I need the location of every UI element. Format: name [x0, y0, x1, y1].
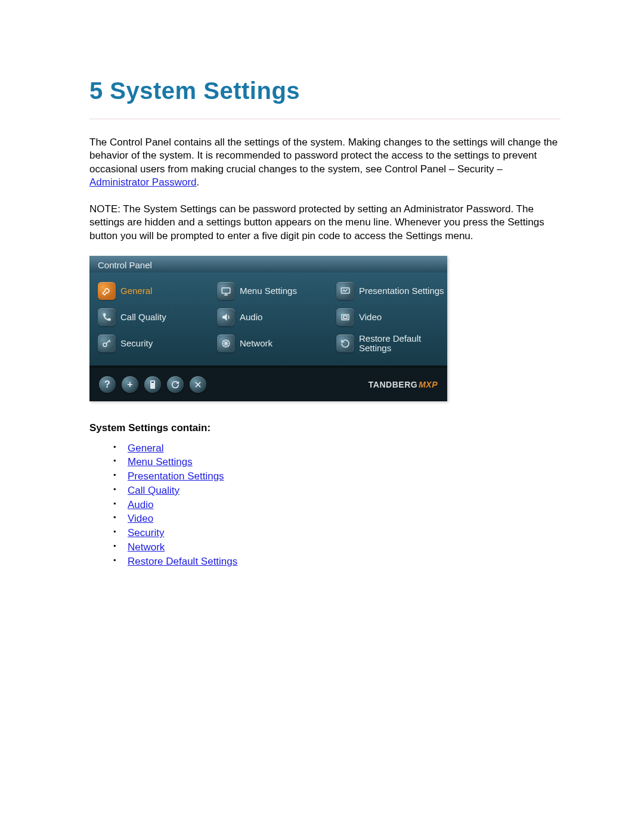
panel-item-audio[interactable]: Audio [217, 307, 336, 327]
link-menu-settings[interactable]: Menu Settings [128, 456, 193, 467]
control-panel-footer: ? + TANDBERG MXP [89, 366, 447, 401]
link-call-quality[interactable]: Call Quality [128, 485, 179, 496]
plus-icon[interactable]: + [122, 376, 138, 393]
link-presentation-settings[interactable]: Presentation Settings [128, 470, 224, 482]
reload-icon [336, 335, 354, 352]
panel-item-label: Video [359, 312, 382, 323]
help-icon[interactable]: ? [99, 376, 116, 393]
speaker-icon [217, 308, 235, 326]
svg-rect-7 [151, 382, 154, 383]
panel-item-call-quality[interactable]: Call Quality [98, 307, 217, 327]
list-item: Security [113, 526, 561, 540]
document-page: 5 System Settings The Control Panel cont… [0, 0, 644, 833]
list-item: General [113, 441, 561, 456]
link-security[interactable]: Security [128, 527, 164, 538]
control-panel-title: Control Panel [89, 256, 447, 272]
link-general[interactable]: General [128, 442, 163, 454]
footer-icon-row: ? + [99, 376, 206, 393]
list-item: Menu Settings [113, 455, 561, 469]
brand-logo: TANDBERG MXP [369, 380, 438, 389]
frame-icon [336, 308, 354, 326]
panel-item-restore-defaults[interactable]: Restore Default Settings [336, 333, 447, 354]
brand-tandberg: TANDBERG [369, 380, 417, 389]
wrench-icon [98, 282, 116, 300]
control-panel-screenshot: Control Panel General Menu Settings Pres… [89, 256, 447, 401]
web-icon [217, 335, 235, 352]
monitor-icon [217, 282, 235, 300]
panel-item-label: Presentation Settings [359, 286, 444, 296]
close-icon[interactable] [190, 376, 206, 393]
svg-rect-3 [343, 316, 347, 319]
remote-icon[interactable] [144, 376, 161, 393]
horizontal-rule [89, 119, 561, 119]
svg-rect-1 [341, 288, 349, 293]
link-network[interactable]: Network [128, 541, 165, 553]
list-item: Network [113, 540, 561, 555]
panel-item-label: Audio [240, 312, 262, 323]
panel-item-general[interactable]: General [98, 281, 217, 301]
link-restore-defaults[interactable]: Restore Default Settings [128, 556, 237, 567]
list-item: Call Quality [113, 484, 561, 498]
panel-item-network[interactable]: Network [217, 333, 336, 354]
panel-item-video[interactable]: Video [336, 307, 447, 327]
list-item: Audio [113, 498, 561, 512]
panel-item-label: Menu Settings [240, 286, 297, 296]
link-video[interactable]: Video [128, 513, 153, 524]
panel-item-security[interactable]: Security [98, 333, 217, 354]
panel-item-menu-settings[interactable]: Menu Settings [217, 281, 336, 301]
intro-text-post: . [197, 176, 200, 188]
intro-text-pre: The Control Panel contains all the setti… [89, 137, 558, 175]
panel-item-presentation-settings[interactable]: Presentation Settings [336, 281, 447, 301]
list-item: Video [113, 512, 561, 526]
page-title: 5 System Settings [89, 78, 561, 104]
panel-item-label: Call Quality [120, 312, 166, 323]
panel-item-label: General [120, 286, 152, 296]
svg-rect-2 [342, 315, 349, 320]
list-heading: System Settings contain: [89, 422, 561, 435]
panel-item-label: Security [120, 339, 153, 349]
refresh-icon[interactable] [167, 376, 184, 393]
brand-mxp: MXP [419, 380, 438, 389]
key-icon [98, 335, 116, 352]
administrator-password-link[interactable]: Administrator Password [89, 176, 197, 188]
svg-point-4 [103, 343, 107, 346]
svg-rect-0 [222, 288, 230, 293]
panel-item-label: Network [240, 339, 273, 349]
intro-paragraph: The Control Panel contains all the setti… [89, 136, 561, 190]
link-audio[interactable]: Audio [128, 499, 153, 510]
settings-link-list: General Menu Settings Presentation Setti… [113, 441, 561, 569]
panel-item-label: Restore Default Settings [359, 334, 447, 354]
control-panel-body: General Menu Settings Presentation Setti… [89, 272, 447, 366]
note-paragraph: NOTE: The System Settings can be passwor… [89, 203, 561, 243]
list-item: Restore Default Settings [113, 555, 561, 569]
chart-icon [336, 282, 354, 300]
list-item: Presentation Settings [113, 469, 561, 484]
phone-icon [98, 308, 116, 326]
